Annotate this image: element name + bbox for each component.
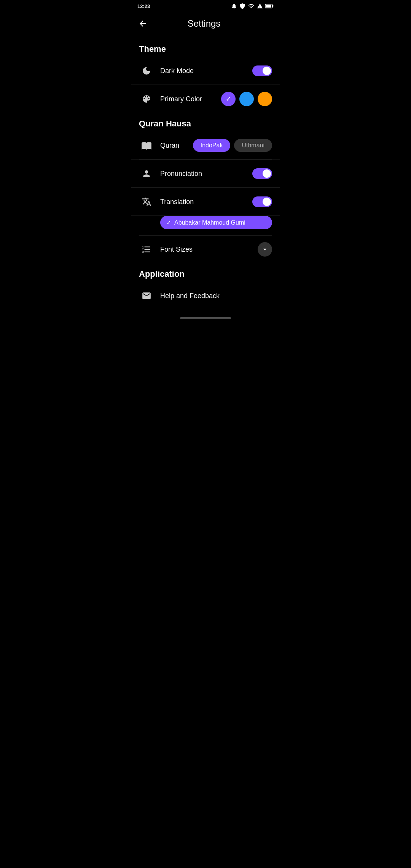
translation-icon: [139, 194, 154, 209]
check-icon: ✓: [226, 95, 231, 103]
notification-icon: [231, 3, 237, 9]
translation-row: ✓ Abubakar Mahmoud Gumi: [131, 216, 280, 235]
dark-mode-setting[interactable]: Dark Mode: [131, 57, 280, 85]
font-sizes-label: Font Sizes: [160, 246, 258, 254]
shield-icon: [239, 3, 245, 9]
translation-setting[interactable]: Translation: [131, 188, 280, 216]
dark-mode-label: Dark Mode: [160, 67, 252, 75]
signal-icon: [257, 3, 263, 9]
quran-hausa-section: Quran Hausa Quran IndoPak Uthmani Pronun…: [131, 113, 280, 263]
application-section: Application Help and Feedback: [131, 263, 280, 310]
status-bar: 12:23: [131, 0, 280, 12]
help-feedback-icon: [139, 288, 154, 303]
font-sizes-setting[interactable]: Font Sizes: [131, 236, 280, 263]
dropdown-arrow-icon: [261, 246, 269, 253]
translation-check-icon: ✓: [166, 219, 171, 226]
pronunciation-icon: [139, 166, 154, 181]
dark-mode-icon: [139, 63, 154, 78]
help-feedback-label: Help and Feedback: [160, 292, 272, 300]
color-options: ✓: [221, 92, 272, 106]
quran-label: Quran: [160, 142, 193, 150]
translation-label: Translation: [160, 198, 252, 206]
wifi-icon: [248, 3, 255, 9]
status-icons: [231, 3, 274, 9]
status-time: 12:23: [137, 3, 150, 9]
primary-color-label: Primary Color: [160, 95, 221, 103]
quran-buttons: IndoPak Uthmani: [193, 139, 272, 152]
page-title: Settings: [151, 18, 274, 29]
font-sizes-dropdown[interactable]: [258, 242, 272, 257]
pronunciation-setting[interactable]: Pronunciation: [131, 160, 280, 188]
application-section-heading: Application: [131, 263, 280, 282]
back-button[interactable]: [134, 15, 151, 32]
back-arrow-icon: [138, 19, 147, 28]
dark-mode-toggle[interactable]: [252, 65, 272, 76]
color-orange[interactable]: [258, 92, 272, 106]
dark-mode-toggle-knob: [263, 67, 271, 75]
theme-section-heading: Theme: [131, 38, 280, 57]
svg-rect-1: [272, 5, 274, 7]
quran-section-heading: Quran Hausa: [131, 113, 280, 132]
color-blue[interactable]: [239, 92, 254, 106]
pronunciation-toggle-knob: [263, 169, 271, 178]
quran-icon: [139, 138, 154, 153]
color-purple[interactable]: ✓: [221, 92, 236, 106]
primary-color-setting[interactable]: Primary Color ✓: [131, 85, 280, 113]
help-feedback-setting[interactable]: Help and Feedback: [131, 282, 280, 310]
translation-toggle-knob: [263, 198, 271, 206]
pronunciation-label: Pronunciation: [160, 170, 252, 178]
indopak-button[interactable]: IndoPak: [193, 139, 231, 152]
quran-setting[interactable]: Quran IndoPak Uthmani: [131, 132, 280, 160]
theme-section: Theme Dark Mode Primary Color ✓: [131, 38, 280, 113]
bottom-nav-indicator: [180, 317, 231, 319]
svg-rect-2: [266, 5, 271, 8]
battery-icon: [265, 3, 274, 9]
translation-toggle[interactable]: [252, 196, 272, 207]
uthmani-button[interactable]: Uthmani: [234, 139, 272, 152]
pronunciation-toggle[interactable]: [252, 168, 272, 179]
top-bar: Settings: [131, 12, 280, 38]
font-sizes-icon: [139, 242, 154, 257]
translation-selector[interactable]: ✓ Abubakar Mahmoud Gumi: [160, 216, 272, 229]
primary-color-icon: [139, 91, 154, 107]
translation-selected-label: Abubakar Mahmoud Gumi: [174, 219, 245, 226]
